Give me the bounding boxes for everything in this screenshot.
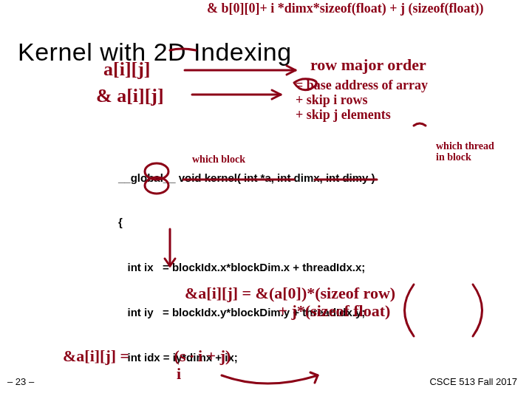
annotation-bottom-formula2: &a[i][j] = (s · i + j) i [63,347,231,383]
page-number: – 23 – [7,376,34,387]
slide: Kernel with 2D Indexing __global__ void … [0,0,532,399]
annotation-topright: & b[0][0]+ i *dimx*sizeof(float) + j (si… [207,1,483,16]
code-line: __global__ void kernel( int *a, int dimx… [118,171,375,185]
footer-right: CSCE 513 Fall 2017 [429,376,517,387]
annotation-whichblock: which block [192,154,245,165]
annotation-aij: a[i][j] [103,59,151,81]
page-title: Kernel with 2D Indexing [18,38,292,66]
annotation-baseaddr: = base address of array + skip i rows + … [296,78,428,122]
annotation-bottom-formula1: &a[i][j] = &(a[0])*(sizeof row) + j*(siz… [185,284,395,320]
annotation-whichthread: which thread in block [436,140,494,163]
code-line: int ix = blockIdx.x*blockDim.x + threadI… [118,260,375,275]
annotation-aij-amp: & a[i][j] [96,86,164,107]
code-line: { [118,215,375,230]
annotation-rowmajor: row major order [310,56,426,74]
